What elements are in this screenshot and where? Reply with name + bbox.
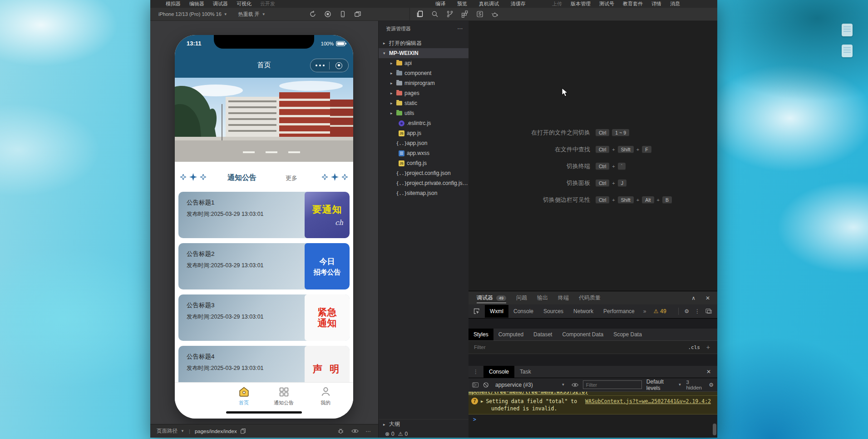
- git-branch-icon[interactable]: [446, 10, 454, 18]
- device-selector[interactable]: iPhone 12/13 (Pro) 100% 16▼: [158, 11, 227, 17]
- files-icon[interactable]: [416, 10, 424, 18]
- tab-console-sub[interactable]: Console: [483, 366, 514, 378]
- tree-file-project-config[interactable]: {..}project.config.json: [379, 168, 469, 178]
- close-panel-button[interactable]: ✕: [705, 295, 710, 301]
- execution-context-selector[interactable]: appservice (#3)▼: [493, 382, 567, 388]
- drag-handle-icon[interactable]: ⋮: [469, 369, 483, 375]
- tab-scope-data[interactable]: Scope Data: [608, 329, 647, 340]
- tree-file-app-js[interactable]: JSapp.js: [379, 128, 469, 138]
- styles-filter-input[interactable]: [469, 344, 614, 350]
- collapse-panel-button[interactable]: ∧: [691, 295, 695, 301]
- add-style-button[interactable]: +: [706, 344, 710, 351]
- devtools-menu-icon[interactable]: ⋮: [695, 308, 700, 314]
- upload-button[interactable]: 上传: [552, 0, 562, 7]
- tab-dataset[interactable]: Dataset: [528, 329, 557, 340]
- close-console-button[interactable]: ✕: [706, 369, 711, 375]
- tab-performance[interactable]: Performance: [598, 305, 640, 318]
- console-filter-input[interactable]: [583, 380, 642, 389]
- real-device-debug-button[interactable]: 真机调试: [479, 0, 499, 7]
- tab-console[interactable]: Console: [508, 305, 538, 318]
- tab-computed[interactable]: Computed: [493, 329, 528, 340]
- compile-button[interactable]: 编译: [435, 0, 445, 7]
- tab-problems[interactable]: 问题: [516, 294, 527, 302]
- notice-card[interactable]: 公告标题1 发布时间:2025-03-29 13:03:01 要通知 ch: [178, 192, 350, 238]
- log-levels-selector[interactable]: Default levels▼: [646, 379, 682, 391]
- refresh-icon[interactable]: [309, 10, 316, 18]
- test-account-button[interactable]: 测试号: [599, 0, 614, 7]
- tree-folder-api[interactable]: ▸api: [379, 58, 469, 68]
- edu-kit-button[interactable]: 教育套件: [623, 0, 643, 7]
- version-manage-button[interactable]: 版本管理: [571, 0, 591, 7]
- tree-root-mp-weixin[interactable]: ▾MP-WEIXIN: [379, 48, 469, 58]
- details-button[interactable]: 详情: [651, 0, 661, 7]
- tree-open-editors[interactable]: ▸打开的编辑器: [379, 38, 469, 48]
- tree-folder-miniprogram[interactable]: ▸miniprogram: [379, 78, 469, 88]
- editor-area[interactable]: 在打开的文件之间切换 Ctrl1 ~ 9 在文件中查找 Ctrl+Shift+F…: [469, 21, 717, 291]
- cls-button[interactable]: .cls: [688, 344, 700, 350]
- tree-folder-utils[interactable]: ▸utils: [379, 108, 469, 118]
- console-warning-entry[interactable]: 7 ▶ Setting data field "total" to WASubC…: [469, 396, 717, 414]
- tree-folder-component[interactable]: ▸component: [379, 68, 469, 78]
- console-scrollbar[interactable]: [713, 424, 716, 435]
- extensions-icon[interactable]: [461, 10, 469, 18]
- console-prompt[interactable]: >: [469, 414, 717, 423]
- campus-photo-banner[interactable]: [175, 78, 353, 162]
- dock-side-icon[interactable]: [705, 309, 712, 314]
- console-sidebar-toggle-icon[interactable]: [472, 382, 478, 388]
- teapot-icon[interactable]: [491, 10, 498, 18]
- tree-file-config-js[interactable]: JSconfig.js: [379, 158, 469, 168]
- exit-target-icon[interactable]: [330, 62, 348, 69]
- more-actions-button[interactable]: ⋯: [366, 428, 371, 434]
- console-settings-icon[interactable]: ⚙: [709, 382, 714, 388]
- notice-card[interactable]: 公告标题2 发布时间:2025-03-29 13:03:01 今日 招考公告: [178, 243, 350, 289]
- eye-icon[interactable]: [351, 428, 359, 434]
- phone-icon[interactable]: [339, 10, 346, 18]
- tab-network[interactable]: Network: [568, 305, 598, 318]
- tree-file-sitemap[interactable]: {..}sitemap.json: [379, 188, 469, 198]
- menu-simulator[interactable]: 模拟器: [166, 0, 181, 7]
- tab-home[interactable]: 首页: [223, 386, 264, 406]
- console-source-link[interactable]: WASubContext.js?t=we…25027441&v=2.19.4:2: [585, 398, 711, 404]
- notice-card[interactable]: 公告标题3 发布时间:2025-03-29 13:03:01 紧急 通知: [178, 294, 350, 341]
- desktop-file-icon[interactable]: [842, 24, 853, 36]
- tab-notices[interactable]: 通知公告: [263, 386, 304, 406]
- record-icon[interactable]: [324, 10, 331, 18]
- tree-folder-pages[interactable]: ▸pages: [379, 88, 469, 98]
- preview-button[interactable]: 预览: [457, 0, 467, 7]
- tab-styles[interactable]: Styles: [469, 329, 493, 340]
- tree-file-app-json[interactable]: {..}app.json: [379, 138, 469, 148]
- tab-component-data[interactable]: Component Data: [557, 329, 608, 340]
- console-clipped-line[interactable]: mponent/tree-menu/tree-menu.WXSS?32:0): [469, 392, 717, 396]
- devtools-settings-icon[interactable]: ⚙: [684, 308, 689, 314]
- expand-arrow-icon[interactable]: ▶: [481, 399, 483, 404]
- tab-wxml[interactable]: Wxml: [485, 305, 508, 318]
- explorer-more-button[interactable]: ⋯: [457, 25, 463, 32]
- problems-counter[interactable]: ⊗0 ⚠0: [379, 429, 469, 439]
- menu-cloud-dev[interactable]: 云开发: [260, 0, 275, 7]
- menu-editor[interactable]: 编辑器: [189, 0, 204, 7]
- styles-content-pane[interactable]: [469, 354, 717, 366]
- more-dots-icon[interactable]: [311, 65, 329, 66]
- outline-section[interactable]: ▸大纲: [379, 419, 469, 429]
- clear-cache-button[interactable]: 清缓存: [511, 0, 526, 7]
- more-tabs-chevron[interactable]: »: [640, 308, 650, 314]
- clear-console-icon[interactable]: [483, 382, 489, 388]
- tab-profile[interactable]: 我的: [305, 386, 346, 406]
- menu-debugger[interactable]: 调试器: [213, 0, 228, 7]
- tab-output[interactable]: 输出: [537, 294, 548, 302]
- page-path-selector[interactable]: 页面路径: [157, 428, 178, 434]
- notice-more-link[interactable]: 更多: [286, 174, 297, 182]
- hot-reload-selector[interactable]: 热重载 开▼: [238, 11, 266, 18]
- bug-icon[interactable]: [337, 428, 344, 434]
- tab-terminal[interactable]: 终端: [558, 294, 569, 302]
- tree-file-project-private-config[interactable]: {..}project.private.config.js…: [379, 178, 469, 188]
- tree-file-app-wxss[interactable]: app.wxss: [379, 148, 469, 158]
- warnings-badge[interactable]: ⚠ 49: [650, 308, 670, 314]
- eye-icon[interactable]: [572, 382, 578, 388]
- messages-button[interactable]: 消息: [670, 0, 680, 7]
- inspect-element-icon[interactable]: [473, 308, 480, 315]
- tree-folder-static[interactable]: ▸static: [379, 98, 469, 108]
- skyline-icon[interactable]: [476, 10, 483, 18]
- wxml-tree-pane[interactable]: [469, 319, 717, 329]
- tab-sources[interactable]: Sources: [538, 305, 568, 318]
